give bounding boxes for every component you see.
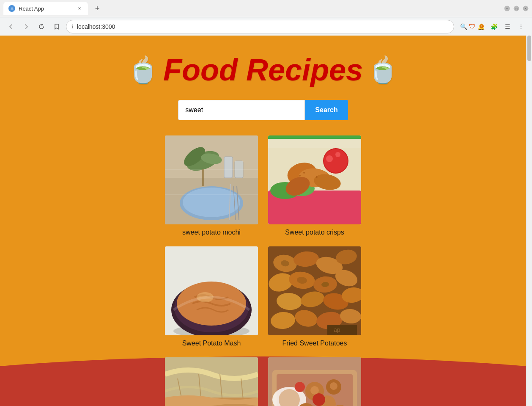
svg-text:□: □ — [516, 7, 518, 11]
svg-point-84 — [330, 382, 337, 390]
address-bar-icons: 🔍 🛡 🔔 1 — [460, 23, 485, 30]
window-controls: − □ × — [504, 6, 529, 11]
recipe-image — [268, 357, 361, 406]
reload-button[interactable] — [36, 21, 47, 33]
browser-tab[interactable]: ⚛ React App × — [3, 2, 88, 15]
scrollbar-thumb[interactable] — [527, 36, 531, 61]
browser-content: 🍵 Food Recipes 🍵 Search — [0, 36, 526, 406]
forward-button[interactable] — [20, 21, 32, 33]
extensions-button[interactable]: 🧩 — [488, 21, 500, 33]
bowl-left-icon: 🍵 — [127, 55, 159, 85]
svg-point-82 — [295, 382, 305, 392]
svg-text:−: − — [506, 6, 508, 11]
svg-point-83 — [310, 386, 319, 395]
recipe-card[interactable]: Sweet Potato Casserole — [268, 357, 361, 406]
notification-badge: 1 — [480, 24, 484, 28]
search-button[interactable]: Search — [305, 100, 348, 120]
browser-navbar: ℹ 🔍 🛡 🔔 1 🧩 ☰ ⋮ — [0, 17, 532, 36]
app-title: 🍵 Food Recipes 🍵 — [127, 52, 399, 87]
browser-right-icons: 🧩 ☰ ⋮ — [488, 21, 527, 33]
bookmarks-button[interactable] — [51, 21, 63, 33]
app-header: 🍵 Food Recipes 🍵 — [0, 52, 526, 87]
recipe-card[interactable]: Sweet Potato Mash — [165, 246, 258, 347]
app-container: 🍵 Food Recipes 🍵 Search — [0, 36, 526, 406]
recipe-image — [268, 135, 361, 224]
recipe-grid: sweet potato mochi Sweet pot — [0, 135, 526, 406]
browser-content-wrapper: 🍵 Food Recipes 🍵 Search — [0, 36, 532, 406]
recipe-card[interactable]: Sweet potato crisps — [268, 135, 361, 236]
maximize-button[interactable]: □ — [513, 6, 519, 11]
url-input[interactable] — [77, 23, 449, 30]
browser-scrollbar[interactable] — [526, 36, 532, 406]
minimize-button[interactable]: − — [504, 6, 510, 11]
brave-icon[interactable]: 🛡 — [469, 23, 476, 30]
svg-point-81 — [313, 393, 325, 406]
svg-point-35 — [299, 175, 301, 177]
search-input[interactable] — [178, 100, 305, 120]
svg-rect-38 — [268, 135, 361, 148]
svg-point-34 — [303, 172, 305, 174]
svg-text:ap: ap — [334, 326, 340, 333]
recipe-image — [165, 357, 258, 406]
menu-button[interactable]: ⋮ — [515, 21, 527, 33]
security-icon: ℹ — [71, 24, 74, 30]
tab-close-button[interactable]: × — [76, 5, 83, 12]
svg-rect-66 — [327, 325, 357, 335]
browser-titlebar: ⚛ React App × + − □ × — [0, 0, 532, 17]
search-bar: Search — [0, 100, 526, 120]
app-inner: 🍵 Food Recipes 🍵 Search — [0, 36, 526, 406]
recipe-card[interactable]: Sweet Potato Pie — [165, 357, 258, 406]
recipe-image — [165, 135, 258, 224]
address-bar[interactable]: ℹ — [66, 20, 454, 33]
new-tab-button[interactable]: + — [91, 3, 103, 14]
browser-window: ⚛ React App × + − □ × — [0, 0, 532, 406]
recipe-name: Sweet Potato Mash — [182, 340, 241, 347]
recipe-name: Sweet potato crisps — [285, 229, 344, 236]
notification-icon[interactable]: 🔔 1 — [477, 23, 485, 30]
zoom-icon[interactable]: 🔍 — [460, 23, 467, 30]
recipe-card[interactable]: sweet potato mochi — [165, 135, 258, 236]
svg-point-16 — [183, 188, 240, 217]
recipe-name: Fried Sweet Potatoes — [282, 340, 347, 347]
close-window-button[interactable]: × — [523, 6, 529, 11]
svg-rect-13 — [224, 157, 233, 178]
recipe-image: ap — [268, 246, 361, 335]
tab-title: React App — [19, 6, 73, 12]
tab-favicon: ⚛ — [8, 5, 15, 12]
svg-point-28 — [326, 155, 333, 162]
svg-text:×: × — [524, 6, 527, 11]
bowl-right-icon: 🍵 — [367, 55, 399, 85]
recipe-card[interactable]: ap Fried Sweet Potatoes — [268, 246, 361, 347]
playlist-button[interactable]: ☰ — [502, 21, 513, 33]
svg-point-36 — [316, 176, 318, 178]
recipe-image — [165, 246, 258, 335]
back-button[interactable] — [5, 21, 17, 33]
recipe-name: sweet potato mochi — [182, 229, 241, 236]
svg-point-29 — [335, 152, 340, 157]
